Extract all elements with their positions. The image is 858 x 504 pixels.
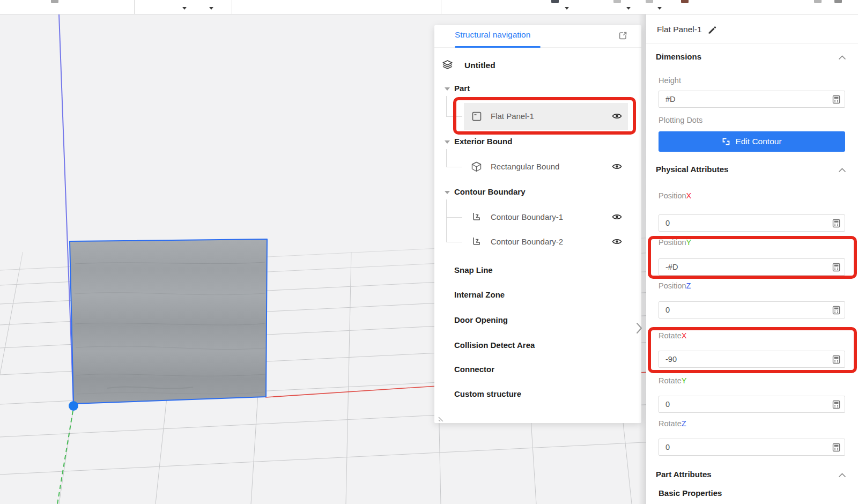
subheader-basic-properties: Basic Properties (659, 488, 722, 498)
panel-resize-handle[interactable] (438, 412, 447, 421)
nav-panel-header: Structural navigation (434, 25, 641, 48)
eye-visibility-icon[interactable] (612, 162, 622, 173)
tree-group-custom-structure[interactable]: Custom structure (434, 382, 641, 407)
tree-group-internal-zone[interactable]: Internal Zone (434, 283, 641, 308)
app-window: Structural navigation Untitled PartFlat … (0, 0, 858, 504)
section-header-part-attributes: Part Attributes (656, 470, 712, 479)
calculator-icon[interactable] (832, 355, 840, 364)
toolbar-separator (441, 0, 441, 14)
selected-object-title: Flat Panel-1 (657, 25, 702, 34)
chevron-up-icon[interactable] (838, 473, 846, 478)
axis-field-prefix: Rotate (659, 331, 682, 340)
caret-down-icon[interactable] (445, 87, 450, 91)
toolbar-icon-stub[interactable] (814, 0, 822, 3)
chevron-up-icon[interactable] (838, 55, 846, 60)
height-value: #D (665, 95, 676, 103)
divider (646, 43, 858, 44)
chevron-up-icon[interactable] (838, 168, 846, 173)
tree-group-label: Custom structure (454, 389, 521, 398)
structural-navigation-panel: Structural navigation Untitled PartFlat … (434, 25, 641, 423)
tree-group-label: Part (454, 84, 470, 93)
contour-icon (471, 236, 481, 248)
field-value: 0 (665, 219, 670, 227)
pencil-icon[interactable] (707, 25, 717, 35)
top-toolbar (0, 0, 858, 14)
dropdown-caret-icon[interactable] (657, 7, 662, 10)
field-label-rotatez: RotateZ (659, 419, 686, 431)
positionx-input[interactable]: 0 (659, 214, 845, 232)
tree-item-label: Flat Panel-1 (491, 112, 534, 121)
origin-dot[interactable] (69, 401, 78, 411)
layers-icon (442, 60, 453, 70)
calculator-icon[interactable] (832, 263, 840, 272)
edit-contour-button[interactable]: Edit Contour (659, 131, 845, 152)
tree-group-exterior-bound[interactable]: Exterior Bound (434, 130, 641, 154)
toolbar-icon-stub[interactable] (551, 0, 559, 3)
tree-group-contour-boundary[interactable]: Contour Boundary (434, 180, 641, 205)
tree-item-flat-panel-1[interactable]: Flat Panel-1 (434, 104, 641, 129)
rotatez-input[interactable]: 0 (659, 439, 845, 456)
wood-flat-panel[interactable] (70, 239, 267, 404)
calculator-icon[interactable] (832, 95, 840, 104)
edit-contour-label: Edit Contour (735, 137, 781, 146)
axis-field-prefix: Rotate (659, 419, 682, 428)
toolbar-icon-stub[interactable] (646, 0, 653, 3)
eye-visibility-icon[interactable] (612, 238, 622, 248)
toolbar-separator (134, 0, 135, 14)
axis-field-prefix: Rotate (659, 376, 682, 385)
toolbar-icon-stub[interactable] (51, 0, 58, 3)
caret-down-icon[interactable] (445, 140, 450, 144)
section-header-dimensions: Dimensions (656, 52, 701, 61)
collapse-panel-chevron[interactable] (635, 321, 644, 336)
contour-icon (471, 212, 481, 224)
field-value: -90 (665, 355, 677, 364)
tree-group-label: Contour Boundary (454, 187, 526, 196)
properties-panel: Flat Panel-1 Dimensions Height #D Plotti… (646, 14, 858, 504)
field-value: -#D (665, 263, 678, 271)
height-input[interactable]: #D (659, 91, 845, 108)
tree-item-contour-boundary-1[interactable]: Contour Boundary-1 (434, 205, 641, 229)
flat-panel-icon (471, 111, 482, 124)
dropdown-caret-icon[interactable] (182, 7, 187, 10)
field-label-rotatex: RotateX (659, 331, 686, 343)
tree-item-label: Contour Boundary-2 (491, 237, 563, 246)
tree-group-door-opening[interactable]: Door Opening (434, 308, 641, 333)
positiony-input[interactable]: -#D (659, 258, 845, 276)
eye-visibility-icon[interactable] (612, 213, 622, 223)
dropdown-caret-icon[interactable] (565, 7, 569, 10)
toolbar-icon-stub[interactable] (613, 0, 621, 3)
tree-item-contour-boundary-2[interactable]: Contour Boundary-2 (434, 229, 641, 254)
dropdown-caret-icon[interactable] (626, 7, 631, 10)
tree-group-collision-detect-area[interactable]: Collision Detect Area (434, 333, 641, 358)
tree-group-part[interactable]: Part (434, 77, 641, 101)
tree-group-label: Door Opening (454, 315, 508, 324)
dropdown-caret-icon[interactable] (209, 7, 213, 10)
toolbar-icon-stub[interactable] (834, 0, 842, 3)
axis-field-prefix: Position (659, 238, 686, 247)
toolbar-icon-stub[interactable] (681, 0, 689, 3)
rotatex-input[interactable]: -90 (659, 351, 845, 368)
field-label-positionz: PositionZ (659, 281, 691, 293)
field-value: 0 (665, 306, 670, 314)
cube-icon (471, 161, 482, 174)
rotatey-input[interactable]: 0 (659, 396, 845, 413)
calculator-icon[interactable] (832, 443, 840, 452)
tab-structural-navigation[interactable]: Structural navigation (455, 30, 530, 40)
tree-group-snap-line[interactable]: Snap Line (434, 258, 641, 283)
positionz-input[interactable]: 0 (659, 301, 845, 318)
panel-edge-shadow (638, 14, 646, 504)
field-label-positionx: PositionX (659, 191, 691, 203)
eye-visibility-icon[interactable] (612, 112, 622, 122)
section-header-physical-attributes: Physical Attributes (656, 165, 728, 174)
caret-down-icon[interactable] (445, 191, 450, 194)
tree-item-rectangular-bound[interactable]: Rectangular Bound (434, 154, 641, 179)
axis-letter: Z (686, 281, 691, 290)
field-label-rotatey: RotateY (659, 376, 686, 388)
tree-group-connector[interactable]: Connector (434, 358, 641, 382)
tree-root-row[interactable]: Untitled (434, 55, 641, 77)
calculator-icon[interactable] (832, 306, 840, 315)
calculator-icon[interactable] (832, 400, 840, 409)
calculator-icon[interactable] (832, 219, 840, 228)
open-in-window-icon[interactable] (618, 31, 627, 40)
tree-item-label: Contour Boundary-1 (491, 212, 563, 221)
